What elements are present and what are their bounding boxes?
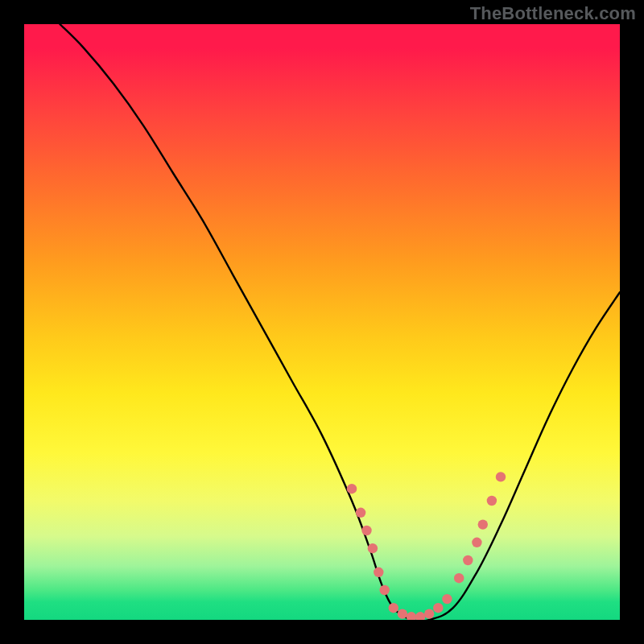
marker-dot	[454, 573, 464, 583]
marker-dot	[374, 568, 383, 577]
marker-dot	[463, 555, 473, 565]
marker-dot	[487, 496, 497, 506]
marker-dot	[368, 543, 378, 553]
marker-dot	[415, 612, 425, 620]
marker-dot	[496, 472, 506, 481]
marker-dot	[389, 603, 398, 613]
marker-dot	[433, 603, 443, 613]
watermark-text: TheBottleneck.com	[470, 3, 636, 24]
marker-dot	[472, 538, 481, 547]
marker-dot	[424, 609, 434, 618]
marker-dot	[442, 594, 452, 604]
marker-dot	[478, 519, 488, 529]
plot-area	[24, 24, 620, 620]
curve-layer	[24, 24, 620, 620]
marker-dot	[407, 612, 416, 620]
marker-dot	[347, 484, 357, 493]
marker-dot	[356, 508, 365, 518]
marker-dot	[380, 585, 390, 595]
marker-dot	[361, 526, 371, 535]
marker-dots	[347, 472, 506, 620]
bottleneck-curve	[60, 24, 620, 620]
marker-dot	[398, 609, 407, 618]
chart-frame: TheBottleneck.com	[0, 0, 644, 644]
